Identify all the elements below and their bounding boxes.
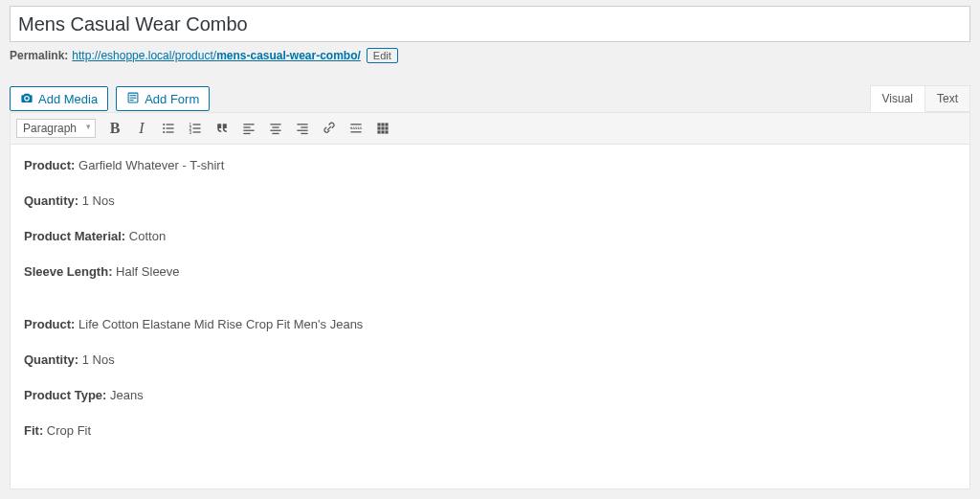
svg-rect-8 — [167, 127, 174, 128]
permalink-row: Permalink: http://eshoppe.local/product/… — [10, 48, 970, 63]
svg-rect-17 — [243, 124, 254, 125]
svg-rect-3 — [130, 98, 137, 99]
svg-rect-20 — [243, 133, 250, 134]
field-value: 1 Nos — [82, 193, 115, 208]
svg-rect-14 — [193, 127, 201, 128]
align-left-button[interactable] — [237, 117, 260, 140]
svg-rect-23 — [270, 130, 280, 131]
blockquote-button[interactable] — [211, 117, 234, 140]
content-editor[interactable]: Product: Garfield Whatever - T-shirt Qua… — [10, 145, 970, 489]
permalink-link[interactable]: http://eshoppe.local/product/mens-casual… — [72, 49, 361, 62]
svg-rect-19 — [243, 130, 254, 131]
svg-rect-30 — [350, 127, 361, 128]
italic-button[interactable]: I — [130, 117, 153, 140]
svg-rect-28 — [301, 133, 307, 134]
svg-rect-26 — [301, 126, 307, 127]
field-value: Jeans — [110, 388, 144, 402]
field-label: Sleeve Length: — [24, 264, 112, 279]
toolbar-toggle-button[interactable] — [371, 117, 394, 140]
add-media-label: Add Media — [38, 92, 98, 106]
numbered-list-button[interactable]: 123 — [184, 117, 207, 140]
field-label: Product: — [24, 158, 75, 172]
field-value: Life Cotton Elastane Mid Rise Crop Fit M… — [78, 317, 363, 331]
bullet-list-button[interactable] — [157, 117, 180, 140]
svg-rect-40 — [385, 130, 388, 133]
svg-rect-38 — [377, 130, 380, 133]
svg-rect-10 — [167, 131, 174, 132]
svg-rect-29 — [350, 124, 361, 125]
align-center-button[interactable] — [264, 117, 287, 140]
svg-point-9 — [163, 131, 165, 133]
svg-rect-36 — [381, 126, 384, 129]
add-form-label: Add Form — [145, 92, 199, 106]
field-label: Fit: — [24, 423, 43, 438]
format-select[interactable]: Paragraph — [16, 119, 96, 138]
permalink-edit-button[interactable]: Edit — [367, 48, 398, 63]
link-button[interactable] — [318, 117, 341, 140]
align-right-button[interactable] — [291, 117, 314, 140]
svg-rect-33 — [381, 123, 384, 125]
read-more-button[interactable] — [345, 117, 368, 140]
svg-rect-39 — [381, 130, 384, 133]
add-form-button[interactable]: Add Form — [116, 86, 210, 111]
field-label: Product: — [24, 317, 75, 331]
field-value: 1 Nos — [82, 352, 115, 367]
svg-rect-37 — [385, 126, 388, 129]
permalink-label: Permalink: — [10, 49, 68, 62]
svg-rect-31 — [350, 131, 361, 132]
svg-rect-2 — [130, 95, 137, 96]
permalink-slug: mens-casual-wear-combo/ — [216, 49, 361, 62]
bold-button[interactable]: B — [103, 117, 126, 140]
svg-point-5 — [163, 124, 165, 125]
svg-rect-24 — [272, 133, 278, 134]
svg-rect-21 — [270, 124, 280, 125]
field-value: Cotton — [129, 229, 166, 243]
svg-point-7 — [163, 127, 165, 129]
permalink-base: http://eshoppe.local/product/ — [72, 49, 216, 62]
post-title-input[interactable] — [10, 6, 970, 42]
field-value: Crop Fit — [47, 423, 91, 438]
svg-rect-32 — [377, 123, 380, 125]
svg-rect-4 — [130, 100, 134, 101]
svg-rect-34 — [385, 123, 388, 125]
svg-rect-35 — [377, 126, 380, 129]
svg-rect-27 — [297, 130, 307, 131]
svg-rect-18 — [243, 126, 250, 127]
svg-rect-16 — [193, 131, 201, 132]
field-label: Product Material: — [24, 229, 125, 243]
field-label: Quantity: — [24, 193, 78, 208]
field-label: Quantity: — [24, 352, 78, 367]
svg-rect-25 — [297, 124, 307, 125]
field-value: Half Sleeve — [116, 264, 179, 279]
svg-rect-6 — [167, 124, 174, 125]
field-label: Product Type: — [24, 388, 106, 402]
svg-point-0 — [25, 97, 28, 100]
field-value: Garfield Whatever - T-shirt — [78, 158, 224, 172]
svg-text:3: 3 — [189, 130, 192, 135]
editor-toolbar: Paragraph B I 123 — [10, 112, 970, 145]
add-media-button[interactable]: Add Media — [10, 86, 108, 111]
camera-icon — [20, 91, 33, 106]
form-icon — [126, 91, 140, 106]
svg-rect-22 — [272, 126, 278, 127]
tab-visual[interactable]: Visual — [870, 85, 925, 112]
svg-rect-12 — [193, 124, 201, 125]
tab-text[interactable]: Text — [925, 85, 970, 112]
